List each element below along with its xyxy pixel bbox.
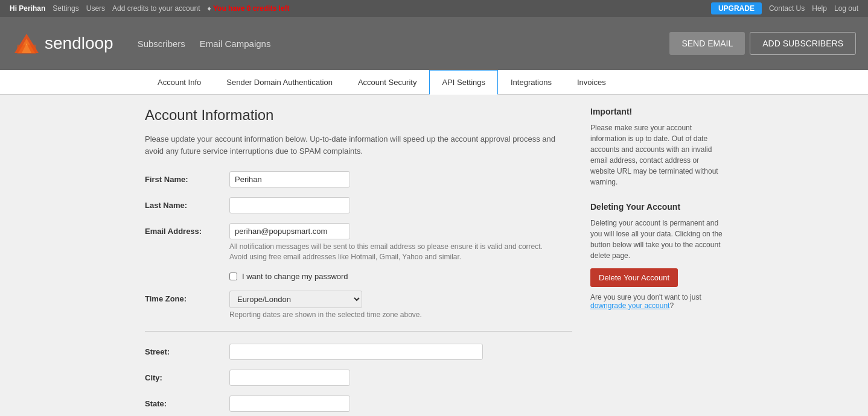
email-row: Email Address: All notification messages…: [145, 223, 572, 262]
city-row: City:: [145, 370, 572, 386]
greeting: Hi Perihan: [10, 4, 45, 13]
delete-box: Deleting Your Account Deleting your acco…: [590, 202, 723, 310]
city-input[interactable]: [229, 370, 350, 386]
street-input[interactable]: [229, 344, 483, 360]
form-area: Account Information Please update your a…: [145, 107, 572, 416]
tab-sender-domain[interactable]: Sender Domain Authentication: [214, 70, 345, 95]
first-name-input[interactable]: [229, 171, 350, 188]
svg-rect-3: [17, 45, 36, 54]
send-email-button[interactable]: SEND EMAIL: [669, 32, 745, 55]
street-field: [229, 344, 572, 360]
logo-icon: [12, 31, 41, 55]
delete-title: Deleting Your Account: [590, 202, 723, 212]
upgrade-button[interactable]: UPGRADE: [711, 2, 762, 14]
email-field: All notification messages will be sent t…: [229, 223, 572, 262]
city-field: [229, 370, 572, 386]
state-field: [229, 396, 572, 412]
settings-link[interactable]: Settings: [53, 4, 78, 13]
important-text: Please make sure your account informatio…: [590, 122, 723, 188]
divider: [145, 331, 572, 332]
first-name-field: [229, 171, 572, 188]
downgrade-text: Are you sure you don't want to just down…: [590, 293, 723, 310]
email-label: Email Address:: [145, 223, 229, 236]
tab-account-security[interactable]: Account Security: [345, 70, 430, 95]
tab-integrations[interactable]: Integrations: [498, 70, 564, 95]
delete-account-button[interactable]: Delete Your Account: [590, 268, 678, 287]
timezone-field: Europe/London America/New_York America/C…: [229, 291, 572, 319]
timezone-row: Time Zone: Europe/London America/New_Yor…: [145, 291, 572, 319]
main-nav: Subscribers Email Campaigns: [138, 39, 670, 49]
users-link[interactable]: Users: [86, 4, 105, 13]
main-content: Account Information Please update your a…: [0, 95, 868, 416]
important-title: Important!: [590, 107, 723, 116]
state-row: State:: [145, 396, 572, 412]
email-input[interactable]: [229, 223, 350, 239]
timezone-label: Time Zone:: [145, 291, 229, 303]
last-name-input[interactable]: [229, 197, 350, 213]
sidebar: Important! Please make sure your account…: [590, 107, 723, 416]
credits-info: ♦ You have 0 credits left: [207, 4, 289, 13]
contact-us-link[interactable]: Contact Us: [769, 4, 805, 13]
tab-account-info[interactable]: Account Info: [145, 70, 214, 95]
street-label: Street:: [145, 344, 229, 356]
add-subscribers-button[interactable]: ADD SUBSCRIBERS: [750, 32, 856, 55]
top-bar: Hi Perihan Settings Users Add credits to…: [0, 0, 868, 17]
logout-link[interactable]: Log out: [834, 4, 858, 13]
email-note: All notification messages will be sent t…: [229, 242, 543, 262]
help-link[interactable]: Help: [812, 4, 827, 13]
header-buttons: SEND EMAIL ADD SUBSCRIBERS: [669, 32, 856, 55]
last-name-label: Last Name:: [145, 197, 229, 210]
change-password-checkbox[interactable]: [229, 273, 237, 280]
first-name-label: First Name:: [145, 171, 229, 184]
last-name-row: Last Name:: [145, 197, 572, 213]
tab-bar: Account Info Sender Domain Authenticatio…: [0, 70, 868, 95]
important-box: Important! Please make sure your account…: [590, 107, 723, 188]
page-title: Account Information: [145, 107, 572, 124]
header: sendloop Subscribers Email Campaigns SEN…: [0, 17, 868, 70]
logo: sendloop: [12, 31, 113, 55]
state-input[interactable]: [229, 396, 350, 412]
logo-text: sendloop: [45, 34, 113, 53]
nav-email-campaigns[interactable]: Email Campaigns: [200, 39, 271, 49]
nav-subscribers[interactable]: Subscribers: [138, 39, 185, 49]
intro-text: Please update your account information b…: [145, 133, 572, 157]
timezone-note: Reporting dates are shown in the selecte…: [229, 310, 572, 319]
last-name-field: [229, 197, 572, 213]
city-label: City:: [145, 370, 229, 382]
add-credits-link[interactable]: Add credits to your account: [112, 4, 200, 13]
change-password-row: I want to change my password: [229, 272, 572, 281]
state-label: State:: [145, 396, 229, 408]
timezone-select[interactable]: Europe/London America/New_York America/C…: [229, 291, 362, 308]
tab-invoices[interactable]: Invoices: [564, 70, 619, 95]
change-password-label: I want to change my password: [242, 272, 348, 281]
street-row: Street:: [145, 344, 572, 360]
downgrade-link[interactable]: downgrade your account: [590, 301, 669, 310]
first-name-row: First Name:: [145, 171, 572, 188]
delete-text: Deleting your account is permanent and y…: [590, 218, 723, 261]
tab-api-settings[interactable]: API Settings: [429, 70, 498, 95]
